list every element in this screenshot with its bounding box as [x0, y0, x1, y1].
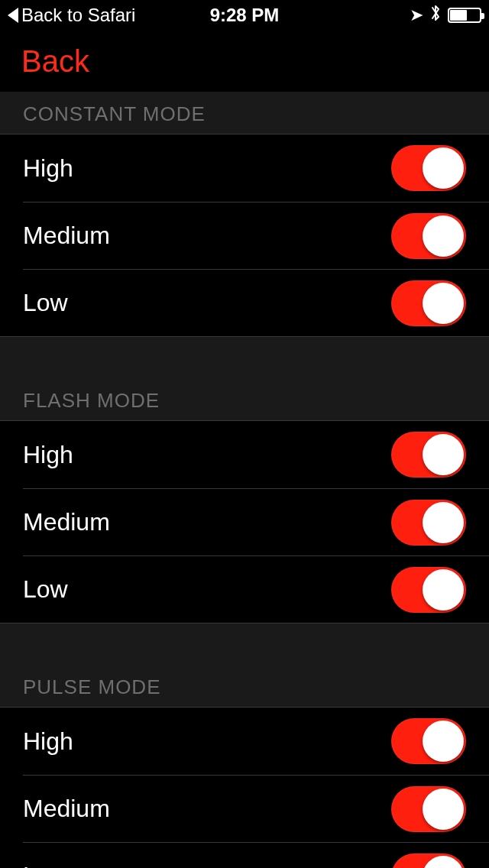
toggle-switch[interactable]: [391, 567, 466, 613]
status-bar: Back to Safari 9:28 PM ➤: [0, 0, 489, 31]
section-rows-pulse-mode: High Medium Low: [0, 708, 489, 868]
row-constant-high[interactable]: High: [0, 134, 489, 202]
location-icon: ➤: [410, 5, 423, 25]
toggle-knob: [423, 147, 464, 189]
toggle-switch[interactable]: [391, 786, 466, 832]
row-label: High: [23, 441, 73, 469]
toggle-knob: [423, 215, 464, 257]
toggle-knob: [423, 502, 464, 543]
section-header-pulse-mode: PULSE MODE: [0, 623, 489, 708]
toggle-switch[interactable]: [391, 145, 466, 191]
back-to-app-label: Back to Safari: [21, 5, 135, 26]
row-constant-medium[interactable]: Medium: [23, 202, 489, 269]
toggle-switch[interactable]: [391, 280, 466, 326]
toggle-knob: [423, 856, 464, 869]
bluetooth-icon: [429, 3, 442, 28]
toggle-knob: [423, 434, 464, 475]
section-header-flash-mode: FLASH MODE: [0, 337, 489, 421]
section-title: PULSE MODE: [23, 675, 161, 698]
section-header-constant-mode: CONSTANT MODE: [0, 92, 489, 134]
toggle-switch[interactable]: [391, 213, 466, 259]
row-label: Low: [23, 289, 68, 317]
row-pulse-medium[interactable]: Medium: [23, 775, 489, 842]
toggle-knob: [423, 569, 464, 611]
toggle-switch[interactable]: [391, 853, 466, 869]
row-label: Low: [23, 575, 68, 604]
nav-bar: Back: [0, 31, 489, 92]
row-flash-medium[interactable]: Medium: [23, 488, 489, 555]
toggle-knob: [423, 789, 464, 830]
toggle-switch[interactable]: [391, 500, 466, 546]
back-button-label: Back: [21, 44, 89, 78]
back-button[interactable]: Back: [21, 44, 89, 79]
toggle-knob: [423, 283, 464, 324]
row-label: Medium: [23, 222, 110, 250]
section-title: FLASH MODE: [23, 389, 160, 412]
section-rows-flash-mode: High Medium Low: [0, 421, 489, 623]
section-rows-constant-mode: High Medium Low: [0, 134, 489, 337]
back-to-app[interactable]: Back to Safari: [8, 5, 135, 26]
row-pulse-low[interactable]: Low: [23, 842, 489, 868]
row-label: Low: [23, 862, 68, 868]
row-label: High: [23, 154, 73, 183]
section-title: CONSTANT MODE: [23, 102, 206, 125]
battery-icon: [448, 8, 481, 23]
row-constant-low[interactable]: Low: [23, 269, 489, 336]
back-chevron-icon: [8, 8, 18, 23]
row-pulse-high[interactable]: High: [0, 708, 489, 775]
toggle-switch[interactable]: [391, 718, 466, 764]
row-label: High: [23, 727, 73, 756]
row-label: Medium: [23, 508, 110, 536]
row-flash-high[interactable]: High: [0, 421, 489, 488]
row-flash-low[interactable]: Low: [23, 555, 489, 623]
toggle-knob: [423, 721, 464, 762]
status-right: ➤: [410, 3, 481, 28]
toggle-switch[interactable]: [391, 432, 466, 478]
row-label: Medium: [23, 795, 110, 823]
